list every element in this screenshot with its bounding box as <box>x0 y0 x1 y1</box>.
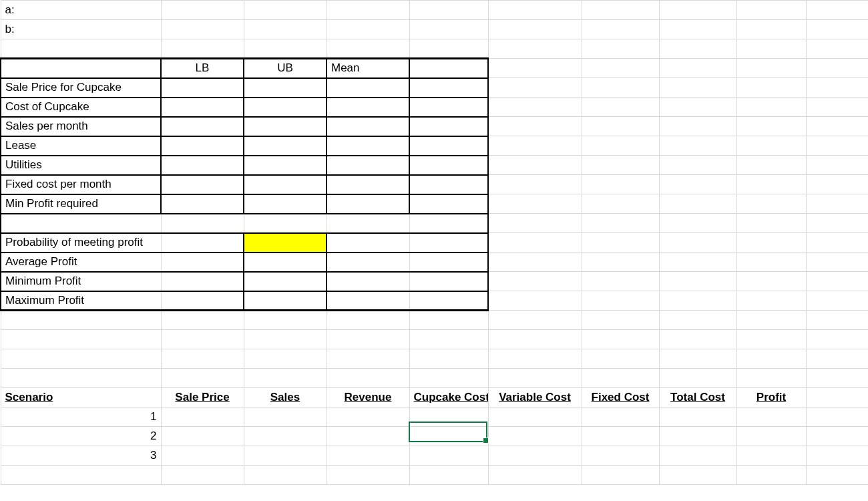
cell-F25[interactable] <box>488 466 582 485</box>
cell-B11[interactable] <box>161 194 244 214</box>
cell-J2[interactable] <box>806 20 868 39</box>
cell-E9[interactable] <box>409 156 488 175</box>
cell-H17[interactable] <box>659 311 736 330</box>
cell-I20[interactable] <box>736 369 806 388</box>
cell-I23[interactable] <box>736 427 806 446</box>
cell-E8[interactable] <box>409 136 488 156</box>
cell-A4[interactable] <box>1 59 161 78</box>
cell-B13[interactable] <box>161 233 244 253</box>
cell-B7[interactable] <box>161 117 244 136</box>
cell-J10[interactable] <box>806 175 868 194</box>
cell-B9[interactable] <box>161 156 244 175</box>
cell-F11[interactable] <box>488 194 582 214</box>
cell-D16[interactable] <box>327 291 409 311</box>
cell-D14[interactable] <box>327 253 409 272</box>
cell-F16[interactable] <box>488 291 582 311</box>
cell-D25[interactable] <box>327 466 409 485</box>
cell-F24[interactable] <box>488 446 582 466</box>
cell-E17[interactable] <box>409 311 488 330</box>
cell-B3[interactable] <box>161 39 244 59</box>
cell-B19[interactable] <box>161 349 244 369</box>
cell-D4[interactable]: Mean <box>327 59 409 78</box>
cell-A1[interactable]: a: <box>1 1 161 20</box>
cell-G5[interactable] <box>582 78 659 98</box>
cell-C19[interactable] <box>244 349 327 369</box>
cell-E7[interactable] <box>409 117 488 136</box>
cell-A7[interactable]: Sales per month <box>1 117 161 136</box>
cell-A9[interactable]: Utilities <box>1 156 161 175</box>
cell-J23[interactable] <box>806 427 868 446</box>
cell-G7[interactable] <box>582 117 659 136</box>
cell-D15[interactable] <box>327 272 409 291</box>
cell-A2[interactable]: b: <box>1 20 161 39</box>
cell-J20[interactable] <box>806 369 868 388</box>
cell-H12[interactable] <box>659 214 736 233</box>
cell-J15[interactable] <box>806 272 868 291</box>
cell-A16[interactable]: Maximum Profit <box>1 291 161 311</box>
cell-J13[interactable] <box>806 233 868 253</box>
cell-A13[interactable]: Probability of meeting profit <box>1 233 161 253</box>
header-sale-price[interactable]: Sale Price <box>161 388 244 407</box>
cell-G12[interactable] <box>582 214 659 233</box>
cell-J3[interactable] <box>806 39 868 59</box>
cell-D11[interactable] <box>327 194 409 214</box>
cell-D10[interactable] <box>327 175 409 194</box>
cell-J17[interactable] <box>806 311 868 330</box>
cell-F5[interactable] <box>488 78 582 98</box>
cell-I10[interactable] <box>736 175 806 194</box>
cell-E18[interactable] <box>409 330 488 349</box>
cell-G11[interactable] <box>582 194 659 214</box>
cell-F19[interactable] <box>488 349 582 369</box>
cell-I9[interactable] <box>736 156 806 175</box>
cell-J9[interactable] <box>806 156 868 175</box>
cell-H24[interactable] <box>659 446 736 466</box>
cell-G6[interactable] <box>582 98 659 117</box>
cell-J7[interactable] <box>806 117 868 136</box>
cell-A25[interactable] <box>1 466 161 485</box>
cell-F15[interactable] <box>488 272 582 291</box>
cell-H6[interactable] <box>659 98 736 117</box>
cell-F22[interactable] <box>488 407 582 427</box>
cell-H13[interactable] <box>659 233 736 253</box>
cell-B16[interactable] <box>161 291 244 311</box>
cell-I19[interactable] <box>736 349 806 369</box>
cell-H22[interactable] <box>659 407 736 427</box>
cell-E14[interactable] <box>409 253 488 272</box>
cell-A19[interactable] <box>1 349 161 369</box>
cell-H16[interactable] <box>659 291 736 311</box>
cell-C20[interactable] <box>244 369 327 388</box>
header-sales[interactable]: Sales <box>244 388 327 407</box>
cell-J8[interactable] <box>806 136 868 156</box>
cell-D12[interactable] <box>327 214 409 233</box>
cell-E11[interactable] <box>409 194 488 214</box>
cell-E16[interactable] <box>409 291 488 311</box>
header-revenue[interactable]: Revenue <box>327 388 409 407</box>
cell-E23[interactable] <box>409 427 488 446</box>
cell-H23[interactable] <box>659 427 736 446</box>
cell-C25[interactable] <box>244 466 327 485</box>
cell-A3[interactable] <box>1 39 161 59</box>
cell-C7[interactable] <box>244 117 327 136</box>
cell-H8[interactable] <box>659 136 736 156</box>
cell-J12[interactable] <box>806 214 868 233</box>
cell-E13[interactable] <box>409 233 488 253</box>
cell-F12[interactable] <box>488 214 582 233</box>
cell-I12[interactable] <box>736 214 806 233</box>
cell-H19[interactable] <box>659 349 736 369</box>
cell-F10[interactable] <box>488 175 582 194</box>
cell-F14[interactable] <box>488 253 582 272</box>
cell-E22[interactable] <box>409 407 488 427</box>
cell-C14[interactable] <box>244 253 327 272</box>
cell-J11[interactable] <box>806 194 868 214</box>
cell-G25[interactable] <box>582 466 659 485</box>
cell-C13-probability-output[interactable] <box>244 233 327 253</box>
cell-D23[interactable] <box>327 427 409 446</box>
cell-B24[interactable] <box>161 446 244 466</box>
cell-J25[interactable] <box>806 466 868 485</box>
cell-F7[interactable] <box>488 117 582 136</box>
cell-B20[interactable] <box>161 369 244 388</box>
cell-J24[interactable] <box>806 446 868 466</box>
cell-C9[interactable] <box>244 156 327 175</box>
cell-A5[interactable]: Sale Price for Cupcake <box>1 78 161 98</box>
cell-C24[interactable] <box>244 446 327 466</box>
